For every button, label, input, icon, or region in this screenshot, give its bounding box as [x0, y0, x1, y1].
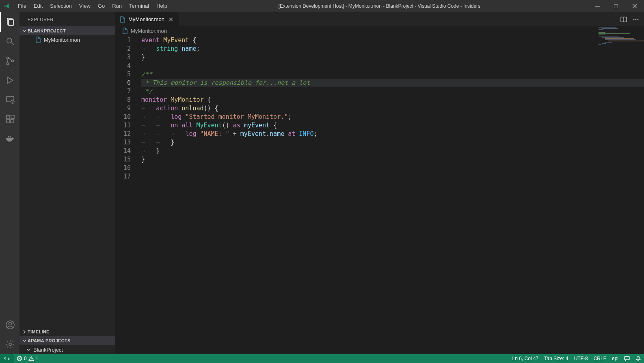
code-line[interactable]: } — [141, 155, 644, 164]
code-line[interactable]: → → } — [141, 138, 644, 147]
window-title: [Extension Development Host] - MyMonitor… — [171, 3, 588, 9]
tree-item-apama-project[interactable]: BlankProject — [19, 345, 115, 354]
chevron-down-icon — [26, 347, 31, 352]
breadcrumb[interactable]: MyMonitor.mon — [115, 26, 644, 35]
svg-point-21 — [9, 322, 12, 325]
svg-point-6 — [7, 57, 9, 59]
line-number: 3 — [115, 53, 141, 62]
section-label: BLANKPROJECT — [28, 28, 66, 33]
svg-rect-14 — [11, 115, 14, 118]
line-number: 8 — [115, 96, 141, 104]
tree-item-file[interactable]: MyMonitor.mon — [19, 35, 115, 44]
activity-remote-explorer[interactable] — [0, 90, 19, 110]
svg-rect-0 — [595, 6, 600, 6]
svg-rect-12 — [6, 120, 10, 123]
code-line[interactable]: } — [141, 53, 644, 62]
activity-settings[interactable] — [0, 335, 19, 354]
activity-accounts[interactable] — [0, 315, 19, 335]
svg-rect-3 — [9, 19, 13, 26]
line-number: 6 — [115, 79, 141, 87]
window-maximize-button[interactable] — [607, 0, 625, 12]
file-name: MyMonitor.mon — [44, 37, 80, 43]
activity-extensions[interactable] — [0, 110, 19, 129]
window-close-button[interactable] — [625, 0, 644, 12]
line-number: 5 — [115, 70, 141, 79]
svg-line-5 — [11, 43, 14, 45]
code-line[interactable]: → → → log "NAME: " + myEvent.name at INF… — [141, 130, 644, 138]
vscode-insiders-logo-icon — [0, 3, 14, 9]
code-line[interactable] — [141, 62, 644, 70]
explorer-section-project[interactable]: BLANKPROJECT — [19, 26, 115, 35]
code-line[interactable]: /** — [141, 70, 644, 79]
menu-go[interactable]: Go — [94, 0, 108, 12]
code-area[interactable]: event MyEvent {→ string name;} /** * Thi… — [141, 35, 644, 354]
line-number: 14 — [115, 147, 141, 155]
svg-point-22 — [9, 343, 11, 346]
split-editor-button[interactable] — [620, 16, 627, 23]
code-line[interactable]: monitor MyMonitor { — [141, 96, 644, 104]
code-line[interactable]: → action onload() { — [141, 104, 644, 113]
code-line[interactable]: → → log "Started monitor MyMonitor."; — [141, 113, 644, 121]
line-number: 10 — [115, 113, 141, 121]
status-problems[interactable]: 0 1 — [14, 356, 41, 361]
code-line[interactable] — [141, 164, 644, 172]
svg-point-8 — [12, 60, 14, 62]
code-line[interactable]: event MyEvent { — [141, 36, 644, 45]
explorer-section-timeline[interactable]: TIMELINE — [19, 327, 115, 336]
statusbar: 0 1 Ln 6, Col 47 Tab Size: 4 UTF-8 CRLF … — [0, 354, 644, 363]
status-cursor-position[interactable]: Ln 6, Col 47 — [510, 356, 542, 361]
editor-body[interactable]: 1234567891011121314151617 event MyEvent … — [115, 35, 644, 354]
sidebar-explorer: EXPLORER BLANKPROJECT MyMonitor.mon TIME… — [19, 12, 115, 354]
window-minimize-button[interactable] — [588, 0, 607, 12]
line-number: 15 — [115, 155, 141, 164]
code-line[interactable]: * This monitor is responsible for...not … — [141, 79, 644, 87]
editor-group: MyMonitor.mon MyMonitor.mon 1234567 — [115, 12, 644, 354]
activity-explorer[interactable] — [0, 12, 19, 32]
tab-active[interactable]: MyMonitor.mon — [115, 12, 179, 26]
status-encoding[interactable]: UTF-8 — [571, 356, 591, 361]
file-tree: MyMonitor.mon — [19, 35, 115, 327]
menu-selection[interactable]: Selection — [46, 0, 75, 12]
code-line[interactable]: → string name; — [141, 45, 644, 53]
activity-search[interactable] — [0, 32, 19, 51]
svg-rect-29 — [625, 357, 629, 360]
svg-point-7 — [7, 63, 9, 65]
svg-rect-1 — [614, 4, 618, 8]
menubar: FileEditSelectionViewGoRunTerminalHelp — [14, 0, 171, 12]
status-notifications-button[interactable] — [633, 356, 644, 361]
menu-terminal[interactable]: Terminal — [125, 0, 153, 12]
file-icon — [122, 28, 128, 34]
status-eol[interactable]: CRLF — [591, 356, 609, 361]
line-number: 11 — [115, 121, 141, 130]
activity-run-debug[interactable] — [0, 71, 19, 90]
code-line[interactable]: → } — [141, 147, 644, 155]
titlebar: FileEditSelectionViewGoRunTerminalHelp [… — [0, 0, 644, 12]
more-actions-button[interactable] — [633, 16, 639, 23]
line-number: 16 — [115, 164, 141, 172]
status-language[interactable]: epl — [609, 356, 621, 361]
activity-docker[interactable] — [0, 129, 19, 148]
menu-file[interactable]: File — [14, 0, 30, 12]
svg-rect-11 — [6, 116, 10, 119]
line-number: 2 — [115, 45, 141, 53]
activity-source-control[interactable] — [0, 51, 19, 71]
code-line[interactable]: → → on all MyEvent() as myEvent { — [141, 121, 644, 130]
file-icon — [35, 37, 41, 43]
line-number-gutter: 1234567891011121314151617 — [115, 35, 141, 354]
status-tab-size[interactable]: Tab Size: 4 — [541, 356, 571, 361]
code-line[interactable]: */ — [141, 87, 644, 96]
explorer-section-apama[interactable]: APAMA PROJECTS — [19, 336, 115, 345]
menu-help[interactable]: Help — [153, 0, 171, 12]
tab-close-button[interactable] — [167, 17, 175, 22]
menu-edit[interactable]: Edit — [30, 0, 46, 12]
menu-view[interactable]: View — [76, 0, 94, 12]
file-icon — [119, 16, 126, 23]
minimap[interactable] — [599, 27, 643, 59]
code-line[interactable] — [141, 172, 644, 181]
menu-run[interactable]: Run — [108, 0, 125, 12]
svg-point-27 — [638, 19, 639, 20]
line-number: 12 — [115, 130, 141, 138]
status-remote-button[interactable] — [0, 354, 14, 363]
svg-rect-13 — [11, 120, 14, 123]
status-feedback-button[interactable] — [621, 356, 633, 361]
